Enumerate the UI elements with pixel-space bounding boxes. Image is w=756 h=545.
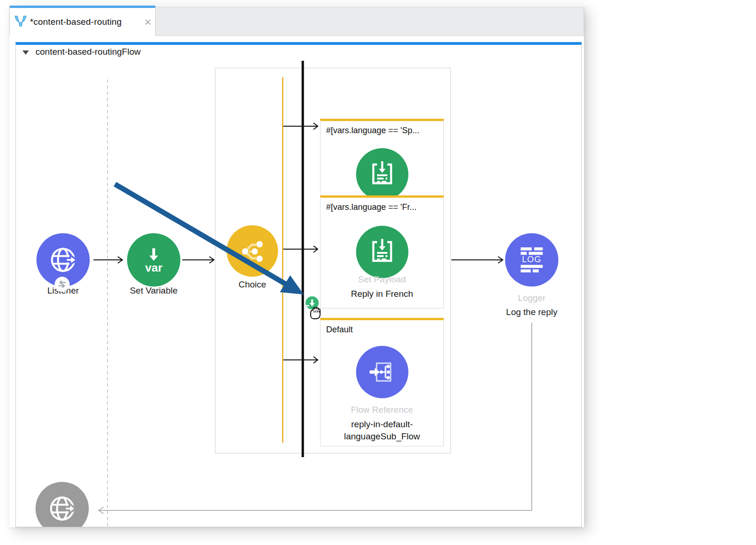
choice-label: Choice [215,280,290,290]
flow-canvas[interactable]: content-based-routingFlow [16,45,581,527]
logger-type-label: Logger [494,293,569,303]
flow-editor-panel: content-based-routingFlow [15,42,582,527]
node-name-label: Reply in French [333,288,431,300]
set-payload-node[interactable] [356,226,408,278]
globe-arrow-icon [49,245,78,274]
choice-branch-french[interactable]: #[vars.language == 'Fr... Set Payload Re [320,195,444,308]
set-payload-node[interactable] [356,148,408,201]
tab-content-based-routing[interactable]: *content-based-routing × [9,6,156,36]
flow-reference-icon [368,358,396,386]
anypoint-studio-flow-editor: *content-based-routing × content-based-r… [0,0,756,545]
exchange-arrows-icon [57,279,68,290]
flow-reference-node[interactable] [356,346,408,398]
tab-close-icon[interactable]: × [144,16,151,28]
branch-condition: #[vars.language == 'Fr... [326,202,441,212]
branch-condition: Default [326,325,441,335]
var-download-icon: var [139,245,168,274]
branch-icon [238,237,267,265]
node-type-label: Flow Reference [321,405,443,415]
log-lines-icon: LOG [518,246,546,274]
tab-title: *content-based-routing [30,17,122,27]
flow-header: content-based-routingFlow [22,47,141,57]
set-payload-icon [368,160,396,188]
logger-node[interactable]: LOG [505,233,558,287]
flow-name: content-based-routingFlow [36,47,141,57]
choice-branch-default[interactable]: Default F [320,318,444,446]
branch-condition: #[vars.language == 'Sp... [326,126,441,136]
choice-node[interactable] [227,225,278,277]
node-type-label: Set Payload [321,274,443,285]
node-name-label: reply-in-default-languageSub_Flow [333,418,431,443]
globe-arrow-icon [48,494,77,523]
log-icon-text: LOG [522,255,542,264]
response-listener-node[interactable] [36,482,89,527]
collapse-triangle-icon[interactable] [22,50,29,55]
set-payload-icon [368,238,396,266]
set-variable-node[interactable]: var [127,233,180,287]
grabbing-hand-cursor-icon [307,302,324,322]
logger-name-label: Log the reply [494,307,569,317]
listener-exchange-badge [55,277,70,292]
tab-bar [156,7,584,36]
mule-logo-icon [13,14,28,29]
set-variable-label: Set Variable [116,286,191,296]
var-icon-text: var [145,261,163,274]
